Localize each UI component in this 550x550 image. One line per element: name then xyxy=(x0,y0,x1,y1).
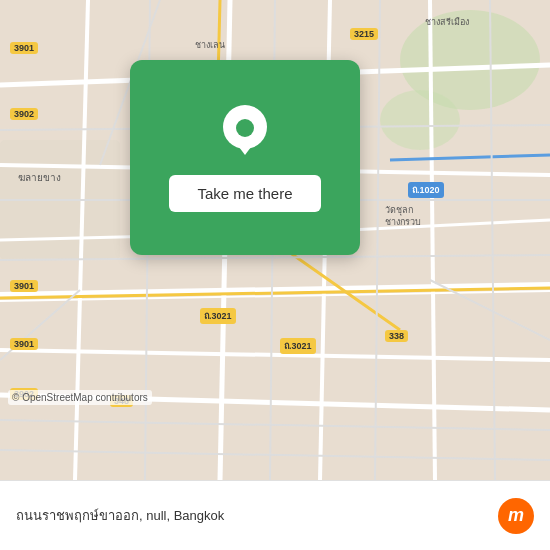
road-label-3901b: 3901 xyxy=(10,280,38,292)
road-label-3901a: 3901 xyxy=(10,42,38,54)
moovit-logo: m xyxy=(498,498,534,534)
svg-point-34 xyxy=(236,119,254,137)
pin-icon xyxy=(219,103,271,163)
pin-container xyxy=(219,103,271,163)
road-label-3901c: 3901 xyxy=(10,338,38,350)
place-klai-chang: ฆลายขาง xyxy=(18,170,61,185)
road-label-338a: 338 xyxy=(385,330,408,342)
location-label: ถนนราชพฤกษ์ขาออก, null, Bangkok xyxy=(16,505,498,526)
road-label-1020: ถ.1020 xyxy=(408,182,444,198)
map-attribution: © OpenStreetMap contributors xyxy=(8,390,152,405)
road-label-3021a: ถ.3021 xyxy=(200,308,236,324)
road-label-3215: 3215 xyxy=(350,28,378,40)
destination-card: Take me there xyxy=(130,60,360,255)
map-container: 3901 3902 3901 3901 3902 3215 ถ.1020 ถ.3… xyxy=(0,0,550,480)
bottom-bar: ถนนราชพฤกษ์ขาออก, null, Bangkok m xyxy=(0,480,550,550)
place-wat-chulok: วัดชุลกชางกรวบ xyxy=(385,205,421,228)
moovit-icon: m xyxy=(498,498,534,534)
take-me-there-button[interactable]: Take me there xyxy=(169,175,320,212)
road-label-3902a: 3902 xyxy=(10,108,38,120)
road-label-3021b: ถ.3021 xyxy=(280,338,316,354)
place-chang-sri: ชางสรีเมือง xyxy=(425,15,469,29)
svg-point-2 xyxy=(380,90,460,150)
place-top-center: ชางเลน xyxy=(195,38,225,52)
